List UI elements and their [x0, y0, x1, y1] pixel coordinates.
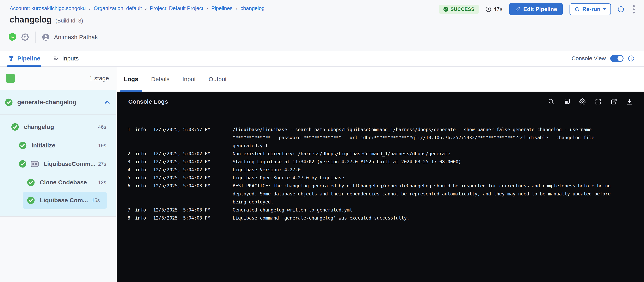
breadcrumb-separator: › — [236, 6, 237, 11]
step-duration: 46s — [98, 124, 106, 130]
download-icon[interactable] — [626, 98, 633, 105]
log-message: Liquibase command 'generate-changelog' w… — [233, 214, 410, 222]
log-message: Non-existent directory: /harness/dbops/L… — [233, 150, 450, 158]
check-circle-icon — [5, 98, 13, 106]
log-lines: 1info12/5/2025, 5:03:57 PM/liquibase/liq… — [117, 112, 644, 222]
search-icon[interactable] — [548, 98, 555, 105]
tab-details[interactable]: Details — [151, 67, 170, 92]
settings-icon[interactable] — [579, 98, 586, 105]
divider — [35, 32, 36, 43]
tab-pipeline[interactable]: Pipeline — [8, 51, 40, 66]
step-group-icon — [31, 161, 39, 167]
log-line: being deployed. — [127, 198, 636, 206]
step-duration: 15s — [92, 197, 100, 203]
stage-count: 1 stage — [89, 75, 109, 82]
breadcrumb-item[interactable]: Pipelines — [212, 5, 233, 12]
log-line: 3info12/5/2025, 5:04:02 PMStarting Liqui… — [127, 158, 636, 166]
svg-text:∞: ∞ — [11, 35, 14, 39]
copy-icon[interactable] — [563, 98, 570, 105]
log-line: deployed. Some database objects and thei… — [127, 190, 636, 198]
log-line-number: 7 — [127, 206, 130, 214]
check-circle-icon — [27, 196, 35, 204]
log-message: being deployed. — [233, 198, 274, 206]
log-timestamp: 12/5/2025, 5:04:02 PM — [153, 158, 224, 166]
step-row[interactable]: Initialize19s — [0, 136, 116, 155]
log-line-number — [127, 198, 130, 206]
tab-logs[interactable]: Logs — [124, 67, 138, 92]
info-icon[interactable] — [628, 55, 634, 62]
step-row[interactable]: Clone Codebase12s — [0, 173, 116, 192]
console-view-toggle[interactable] — [610, 55, 624, 62]
detail-tabs: LogsDetailsInputOutput — [117, 67, 644, 92]
breadcrumb-separator: › — [145, 6, 147, 11]
breadcrumb-item[interactable]: Project: Default Project — [150, 5, 203, 12]
step-label: Initialize — [32, 142, 55, 149]
tab-input[interactable]: Input — [182, 67, 196, 92]
check-circle-icon — [19, 160, 27, 168]
check-circle-icon — [11, 123, 19, 131]
stage-header: 1 stage — [0, 67, 116, 90]
title-row: changelog (Build Id: 3) — [10, 15, 83, 25]
step-row[interactable]: Liquibase Com...15s — [23, 192, 107, 209]
log-line: 1info12/5/2025, 5:03:57 PM/liquibase/liq… — [127, 126, 636, 134]
tab-output[interactable]: Output — [208, 67, 227, 92]
fullscreen-icon[interactable] — [594, 98, 602, 105]
avatar-icon — [42, 33, 50, 41]
log-line-number: 6 — [127, 182, 130, 190]
log-line: generated.yml — [127, 142, 636, 150]
breadcrumb-item[interactable]: Organization: default — [94, 5, 142, 12]
success-check-icon — [443, 7, 448, 12]
log-timestamp: 12/5/2025, 5:04:02 PM — [153, 166, 224, 174]
log-timestamp — [153, 198, 224, 206]
step-label: changelog — [24, 124, 54, 130]
pencil-icon — [515, 7, 520, 12]
console-actions — [548, 98, 633, 105]
module-tabbar: Pipeline Inputs Console View — [0, 51, 644, 67]
step-row[interactable]: changelog46s — [0, 118, 116, 136]
console-header: Console Logs — [117, 92, 644, 112]
log-line-number: 2 — [127, 150, 130, 158]
log-message: BEST PRACTICE: The changelog generated b… — [233, 182, 611, 190]
breadcrumb-separator: › — [89, 6, 90, 11]
meta-row: ∞ Animesh Pathak — [8, 31, 98, 43]
log-line: 4info12/5/2025, 5:04:02 PMLiquibase Vers… — [127, 166, 636, 174]
toggle-knob — [618, 56, 623, 61]
user-name: Animesh Pathak — [54, 34, 98, 41]
log-line: ************** --password **************… — [127, 134, 636, 142]
stage-row[interactable]: generate-changelog — [0, 90, 116, 115]
kebab-menu-icon[interactable] — [631, 4, 637, 15]
step-list: changelog46sInitialize19sLiquibaseComm..… — [0, 115, 116, 216]
breadcrumb-item[interactable]: Account: kurosakiichigo.songoku — [10, 5, 86, 12]
edit-pipeline-label: Edit Pipeline — [523, 6, 557, 13]
console-title: Console Logs — [128, 98, 168, 105]
execution-sidebar: 1 stage generate-changelog changelog46sI… — [0, 67, 116, 282]
duration-text: 47s — [494, 6, 502, 13]
open-in-new-icon[interactable] — [610, 98, 618, 105]
breadcrumb-item[interactable]: changelog — [240, 5, 264, 12]
refresh-icon — [574, 7, 580, 12]
log-message: Liquibase Version: 4.27.0 — [233, 166, 301, 174]
step-label: LiquibaseComm... — [44, 160, 95, 167]
step-duration: 12s — [98, 180, 106, 185]
log-timestamp: 12/5/2025, 5:04:03 PM — [153, 182, 224, 190]
pipeline-icon — [8, 55, 14, 62]
log-message: Starting Liquibase at 11:34:02 (version … — [233, 158, 461, 166]
gear-icon[interactable] — [21, 33, 29, 41]
console-view-control: Console View — [572, 51, 634, 66]
tab-inputs[interactable]: Inputs — [53, 51, 79, 66]
log-line: 6info12/5/2025, 5:04:03 PMBEST PRACTICE:… — [127, 182, 636, 190]
step-row[interactable]: LiquibaseComm...27s — [0, 155, 116, 173]
chevron-up-icon[interactable] — [104, 99, 110, 106]
log-line-number: 1 — [127, 126, 130, 134]
rerun-label: Re-run — [582, 6, 600, 13]
log-line: 2info12/5/2025, 5:04:02 PMNon-existent d… — [127, 150, 636, 158]
build-id: (Build Id: 3) — [56, 18, 83, 24]
info-icon[interactable] — [618, 6, 624, 13]
log-level: info — [135, 158, 147, 166]
rerun-button[interactable]: Re-run — [570, 4, 611, 15]
stage-name: generate-changelog — [17, 99, 76, 106]
edit-pipeline-button[interactable]: Edit Pipeline — [509, 3, 563, 15]
status-cluster: SUCCESS 47s Edit Pipeline Re-run — [439, 3, 637, 15]
log-timestamp: 12/5/2025, 5:03:57 PM — [153, 126, 224, 134]
step-duration: 27s — [98, 161, 106, 167]
